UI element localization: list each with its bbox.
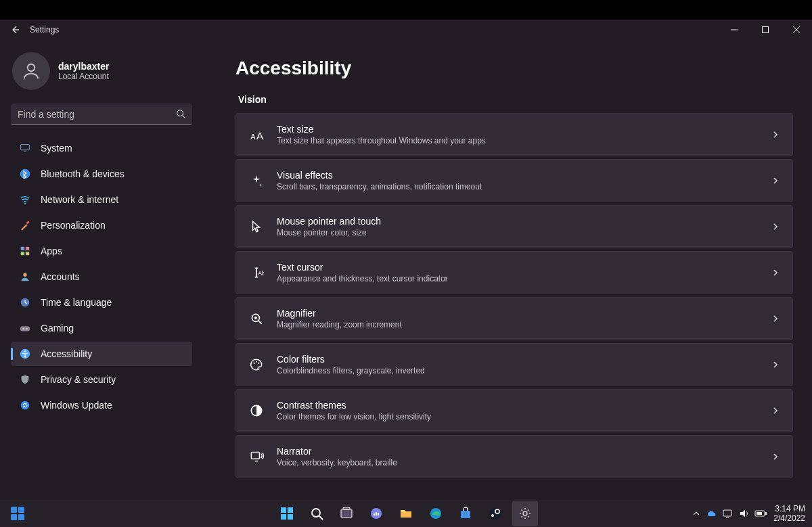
svg-rect-29 — [18, 507, 24, 513]
svg-rect-50 — [757, 512, 762, 515]
sidebar-item-gaming[interactable]: Gaming — [11, 316, 192, 340]
textcursor-icon: Ab — [248, 265, 265, 281]
store-taskbar[interactable] — [453, 501, 478, 526]
chevron-right-icon — [771, 452, 780, 461]
close-button[interactable] — [781, 20, 812, 40]
steam-taskbar[interactable] — [482, 501, 508, 526]
svg-rect-47 — [723, 510, 731, 516]
app-body: darylbaxter Local Account SystemBluetoot… — [0, 40, 812, 500]
update-tray-icon — [722, 508, 733, 519]
sidebar-item-label: Privacy & security — [41, 374, 116, 385]
taskbar-center — [274, 501, 538, 526]
card-text-size[interactable]: AAText sizeText size that appears throug… — [235, 113, 793, 156]
sidebar-item-label: Accounts — [41, 271, 80, 282]
system-tray[interactable] — [692, 508, 767, 519]
sidebar: darylbaxter Local Account SystemBluetoot… — [0, 40, 203, 500]
sidebar-item-windows-update[interactable]: Windows Update — [11, 393, 192, 417]
settings-taskbar[interactable] — [512, 501, 538, 526]
sidebar-item-label: Personalization — [41, 220, 106, 231]
card-body: Color filtersColorblindness filters, gra… — [277, 354, 771, 375]
system-icon — [19, 142, 31, 154]
narrator-icon — [248, 449, 265, 465]
person-icon — [21, 61, 41, 81]
card-title: Color filters — [277, 354, 771, 365]
card-contrast-themes[interactable]: Contrast themesColor themes for low visi… — [235, 389, 793, 432]
chevron-right-icon — [771, 176, 780, 185]
svg-point-14 — [22, 328, 24, 329]
sidebar-item-accounts[interactable]: Accounts — [11, 265, 192, 289]
svg-point-17 — [24, 350, 26, 352]
gaming-icon — [19, 322, 31, 334]
widgets-icon — [10, 506, 25, 521]
edge-icon — [429, 507, 443, 520]
sidebar-item-privacy-security[interactable]: Privacy & security — [11, 367, 192, 392]
card-magnifier[interactable]: MagnifierMagnifier reading, zoom increme… — [235, 297, 793, 340]
back-arrow-icon — [9, 24, 20, 35]
maximize-button[interactable] — [750, 20, 781, 40]
update-icon — [19, 399, 31, 411]
taskbar-clock[interactable]: 3:14 PM 2/4/2022 — [773, 504, 805, 523]
svg-rect-49 — [765, 512, 767, 515]
contrast-icon — [248, 403, 265, 419]
card-body: MagnifierMagnifier reading, zoom increme… — [277, 308, 771, 329]
svg-point-23 — [254, 363, 255, 364]
sidebar-item-label: Gaming — [41, 323, 74, 334]
svg-rect-34 — [281, 514, 286, 520]
task-view[interactable] — [334, 501, 359, 526]
svg-point-45 — [491, 514, 494, 517]
sidebar-item-time-language[interactable]: Time & language — [11, 290, 192, 315]
back-button[interactable] — [0, 20, 30, 40]
sidebar-item-bluetooth-devices[interactable]: Bluetooth & devices — [11, 162, 192, 186]
svg-rect-33 — [288, 507, 293, 513]
card-text-cursor[interactable]: AbText cursorAppearance and thickness, t… — [235, 251, 793, 294]
close-icon — [793, 26, 800, 33]
sidebar-item-label: System — [41, 143, 72, 154]
sidebar-item-network-internet[interactable]: Network & internet — [11, 187, 192, 212]
svg-rect-38 — [343, 507, 350, 509]
search-input[interactable] — [11, 104, 192, 125]
search-taskbar[interactable] — [304, 501, 330, 526]
svg-rect-3 — [21, 145, 30, 150]
start-button[interactable] — [274, 501, 300, 526]
section-label: Vision — [238, 94, 793, 105]
card-desc: Text size that appears throughout Window… — [277, 136, 771, 145]
maximize-icon — [762, 26, 769, 33]
gear-icon — [518, 507, 532, 520]
taskbar-date: 2/4/2022 — [773, 513, 805, 523]
accounts-icon — [19, 271, 31, 283]
svg-rect-28 — [11, 507, 17, 513]
card-body: Visual effectsScroll bars, transparency,… — [277, 170, 771, 191]
svg-point-18 — [21, 401, 30, 410]
svg-point-1 — [28, 64, 35, 72]
sidebar-item-accessibility[interactable]: Accessibility — [11, 342, 192, 366]
user-profile[interactable]: darylbaxter Local Account — [11, 40, 192, 98]
card-visual-effects[interactable]: Visual effectsScroll bars, transparency,… — [235, 159, 793, 202]
volume-icon — [738, 508, 749, 519]
minimize-icon — [731, 26, 738, 33]
card-narrator[interactable]: NarratorVoice, verbosity, keyboard, brai… — [235, 435, 793, 478]
card-color-filters[interactable]: Color filtersColorblindness filters, gra… — [235, 343, 793, 386]
svg-text:A: A — [250, 133, 256, 141]
svg-rect-10 — [26, 252, 29, 255]
taskbar-widgets[interactable] — [8, 504, 27, 523]
card-desc: Scroll bars, transparency, animations, n… — [277, 182, 771, 191]
privacy-icon — [19, 373, 31, 386]
chat-icon — [369, 507, 383, 520]
sidebar-item-personalization[interactable]: Personalization — [11, 213, 192, 237]
sidebar-item-apps[interactable]: Apps — [11, 239, 192, 263]
sidebar-item-label: Time & language — [41, 297, 112, 308]
minimize-button[interactable] — [719, 20, 750, 40]
card-mouse-pointer-and-touch[interactable]: Mouse pointer and touchMouse pointer col… — [235, 205, 793, 248]
svg-point-43 — [489, 507, 501, 520]
card-desc: Mouse pointer color, size — [277, 228, 771, 237]
card-title: Magnifier — [277, 308, 771, 319]
sidebar-item-system[interactable]: System — [11, 136, 192, 160]
explorer-taskbar[interactable] — [393, 501, 419, 526]
edge-taskbar[interactable] — [423, 501, 449, 526]
chevron-right-icon — [771, 130, 780, 139]
chat-taskbar[interactable] — [363, 501, 389, 526]
bluetooth-icon — [19, 168, 31, 180]
window-top-spacer — [0, 0, 812, 20]
sidebar-item-label: Network & internet — [41, 194, 118, 205]
svg-rect-6 — [26, 221, 30, 224]
